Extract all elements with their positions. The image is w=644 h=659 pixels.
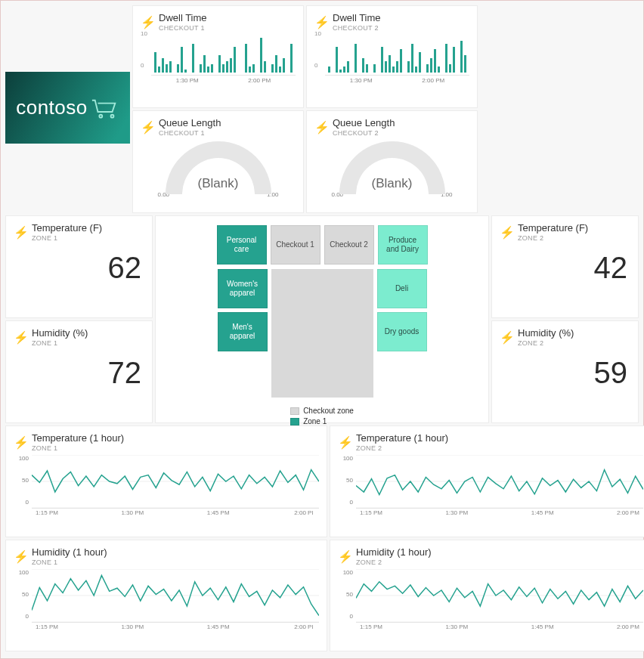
x-axis-label: 1:45 PM (528, 509, 558, 516)
card-title: Humidity (1 hour) (32, 546, 107, 558)
x-axis-label: 2:00 PI (289, 509, 319, 516)
dwell2-sparkline (325, 38, 469, 73)
brand-logo-card: contoso (5, 72, 130, 144)
x-axis-label: 2:00 PM (613, 509, 643, 516)
gauge-value: (Blank) (339, 176, 445, 191)
dashboard-frame: contoso ⚡ Dwell Time CHECKOUT 1 (0, 0, 644, 659)
x-axis-label: 1:30 PM (325, 77, 398, 84)
gauge-queue2: (Blank) (339, 141, 445, 194)
card-title: Dwell Time (159, 12, 207, 23)
x-axis-label: 2:00 PM (398, 77, 470, 84)
y-axis-label: 100 (338, 455, 353, 462)
x-axis-label: 1:30 PM (117, 509, 147, 516)
temperature-1hr-zone2-card[interactable]: ⚡ Temperature (1 hour) ZONE 2 100500 1:1… (330, 425, 644, 537)
hum-zone2-line (356, 569, 643, 622)
humidity-1hr-zone1-card[interactable]: ⚡ Humidity (1 hour) ZONE 1 100500 1:15 P… (5, 540, 327, 651)
lightning-icon: ⚡ (500, 330, 515, 345)
lightning-icon: ⚡ (314, 15, 330, 29)
card-title: Queue Length (159, 117, 221, 128)
queue-length-checkout1-card[interactable]: ⚡ Queue Length CHECKOUT 1 (Blank) 0.00 1… (132, 110, 304, 213)
x-axis-label: 1:45 PM (203, 623, 234, 630)
y-axis-label: 0 (314, 62, 317, 69)
gauge-value: (Blank) (166, 176, 271, 191)
zone-checkout1[interactable]: Checkout 1 (271, 225, 320, 265)
y-axis-label: 0 (14, 613, 29, 620)
shopping-cart-icon (91, 97, 119, 119)
y-axis-label: 100 (14, 455, 29, 462)
zone-checkout2[interactable]: Checkout 2 (324, 225, 374, 265)
card-title: Temperature (1 hour) (356, 432, 448, 444)
card-subtitle: ZONE 1 (32, 444, 124, 452)
metric-value: 42 (594, 242, 628, 283)
lightning-icon: ⚡ (14, 225, 29, 240)
x-axis-label: 1:15 PM (32, 509, 62, 516)
dwell1-sparkline (151, 38, 296, 73)
temperature-zone1-card[interactable]: ⚡ Temperature (F) ZONE 1 62 (5, 215, 153, 318)
x-axis-label: 1:30 PM (441, 623, 472, 630)
card-subtitle: ZONE 1 (32, 558, 107, 566)
zone-deli[interactable]: Deli (377, 269, 427, 308)
humidity-zone1-card[interactable]: ⚡ Humidity (%) ZONE 1 72 (5, 320, 153, 423)
x-axis-label: 2:00 PM (613, 623, 643, 630)
y-axis-label: 50 (338, 591, 353, 598)
x-axis-label: 1:15 PM (32, 623, 62, 630)
metric-value: 62 (108, 242, 142, 283)
card-subtitle: ZONE 2 (356, 444, 448, 452)
card-subtitle: CHECKOUT 2 (333, 24, 381, 32)
brand-text: contoso (16, 96, 88, 119)
store-floorplan-card[interactable]: Personal care Checkout 1 Checkout 2 Prod… (155, 215, 489, 423)
x-axis-label: 1:30 PM (117, 623, 147, 630)
y-axis-label: 100 (14, 569, 29, 576)
humidity-1hr-zone2-card[interactable]: ⚡ Humidity (1 hour) ZONE 2 100500 1:15 P… (330, 540, 644, 651)
humidity-zone2-card[interactable]: ⚡ Humidity (%) ZONE 2 59 (491, 320, 639, 423)
y-axis-label: 0 (338, 499, 353, 506)
y-axis-label: 0 (338, 613, 353, 620)
gauge-queue1: (Blank) (166, 141, 271, 194)
temp-zone2-line (356, 455, 643, 508)
metric-value: 59 (594, 347, 628, 388)
card-title: Temperature (F) (518, 222, 588, 234)
dwell-time-checkout1-card[interactable]: ⚡ Dwell Time CHECKOUT 1 10 0 1:30 PM 2:0… (132, 5, 304, 108)
hum-zone1-line (32, 569, 319, 622)
card-title: Dwell Time (333, 12, 381, 23)
y-axis-label: 100 (338, 569, 353, 576)
queue-length-checkout2-card[interactable]: ⚡ Queue Length CHECKOUT 2 (Blank) 0.00 1… (306, 110, 478, 213)
x-axis-label: 1:45 PM (528, 623, 558, 630)
x-axis-label: 1:30 PM (151, 77, 224, 84)
x-axis-label: 1:15 PM (356, 509, 386, 516)
legend-label: Zone 1 (303, 417, 327, 425)
y-axis-label: 0 (141, 62, 144, 69)
x-axis-label: 1:30 PM (441, 509, 472, 516)
card-subtitle: CHECKOUT 1 (159, 129, 221, 137)
card-subtitle: CHECKOUT 1 (159, 24, 207, 32)
svg-point-0 (99, 114, 102, 117)
x-axis-label: 2:00 PM (224, 77, 296, 84)
dwell-time-checkout2-card[interactable]: ⚡ Dwell Time CHECKOUT 2 10 0 1:30 PM 2:0… (306, 5, 478, 108)
card-title: Humidity (%) (518, 327, 574, 339)
lightning-icon: ⚡ (314, 120, 330, 135)
y-axis-label: 10 (314, 30, 321, 37)
zone-womens-apparel[interactable]: Women's apparel (218, 269, 268, 308)
card-title: Humidity (%) (32, 327, 88, 339)
spacer (5, 5, 130, 70)
y-axis-label: 50 (14, 591, 29, 598)
lightning-icon: ⚡ (338, 435, 353, 450)
card-subtitle: ZONE 1 (32, 339, 88, 347)
lightning-icon: ⚡ (500, 225, 515, 240)
card-subtitle: ZONE 2 (518, 339, 574, 347)
zone-mens-apparel[interactable]: Men's apparel (218, 312, 268, 351)
zone-personal-care[interactable]: Personal care (217, 225, 267, 265)
zone-dry-goods[interactable]: Dry goods (377, 312, 427, 351)
temperature-1hr-zone1-card[interactable]: ⚡ Temperature (1 hour) ZONE 1 100500 1:1… (5, 425, 327, 537)
card-title: Humidity (1 hour) (356, 546, 432, 558)
temperature-zone2-card[interactable]: ⚡ Temperature (F) ZONE 2 42 (491, 215, 639, 318)
card-title: Temperature (F) (32, 222, 102, 234)
legend-swatch-checkout (290, 407, 299, 415)
zone-produce-dairy[interactable]: Produce and Dairy (378, 225, 428, 265)
lightning-icon: ⚡ (14, 435, 29, 450)
card-title: Temperature (1 hour) (32, 432, 124, 444)
lightning-icon: ⚡ (14, 330, 29, 345)
x-axis-label: 2:00 PI (289, 623, 319, 630)
spacer (480, 5, 639, 108)
card-subtitle: ZONE 1 (32, 234, 102, 242)
